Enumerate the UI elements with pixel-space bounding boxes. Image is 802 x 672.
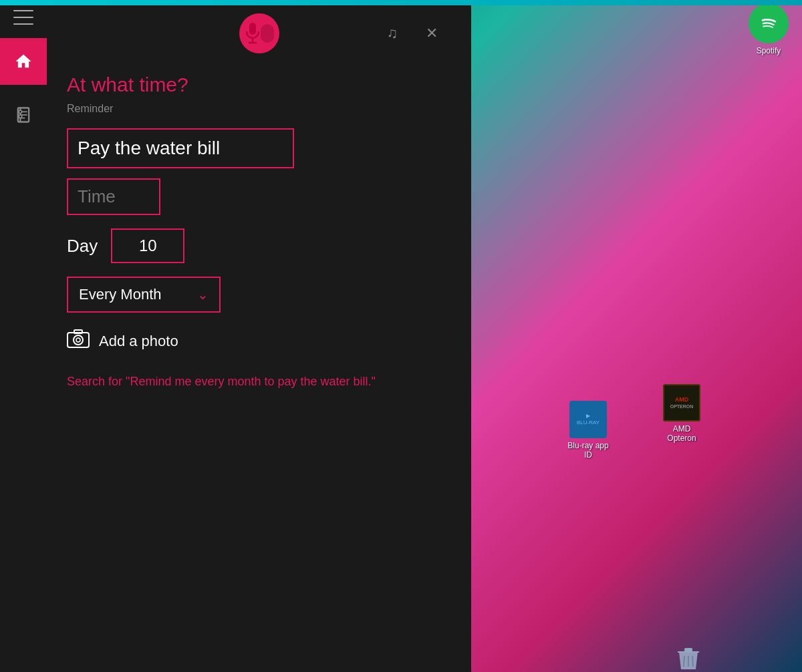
hamburger-menu[interactable] [13, 10, 33, 25]
main-content: ♫ ✕ At what time? Reminder Day Every Mon… [47, 0, 471, 672]
spotify-label: Spotify [757, 46, 781, 55]
svg-line-2 [684, 656, 684, 667]
camera-icon [67, 329, 90, 353]
day-label: Day [67, 236, 98, 257]
svg-point-10 [19, 110, 22, 114]
chevron-down-icon: ⌄ [197, 287, 209, 303]
add-photo-text: Add a photo [99, 333, 178, 350]
svg-point-11 [19, 115, 22, 118]
day-input[interactable] [111, 228, 184, 263]
spotify-icon[interactable]: Spotify [742, 3, 795, 55]
top-cyan-bar [0, 0, 802, 5]
svg-rect-1 [684, 648, 692, 652]
add-photo-button[interactable]: Add a photo [67, 329, 451, 353]
reminder-label: Reminder [67, 103, 451, 115]
day-row: Day [67, 228, 451, 263]
recycle-bin-icon[interactable]: Recycle Bin [662, 640, 715, 672]
svg-point-18 [76, 338, 80, 342]
time-input[interactable] [67, 178, 160, 215]
sidebar [0, 0, 47, 672]
reminder-panel: ♫ ✕ At what time? Reminder Day Every Mon… [0, 0, 471, 672]
frequency-value: Every Month [79, 286, 162, 303]
svg-line-4 [692, 656, 693, 667]
svg-point-16 [74, 335, 83, 345]
svg-rect-12 [249, 23, 256, 35]
reminder-title-input[interactable] [67, 128, 294, 168]
home-button[interactable] [0, 38, 47, 85]
amd-label: AMDOpteron [667, 424, 696, 443]
frequency-dropdown[interactable]: Every Month ⌄ [67, 277, 221, 313]
close-button[interactable]: ✕ [426, 25, 438, 42]
bluray-app-icon[interactable]: ▶BLU-RAY Blu-ray appID [561, 401, 615, 460]
amd-opteron-icon[interactable]: AMDOPTERON AMDOpteron [655, 384, 708, 443]
mic-button[interactable] [239, 13, 279, 53]
top-bar: ♫ ✕ [67, 13, 451, 53]
question-text: At what time? [67, 73, 451, 96]
spotify-logo [749, 3, 789, 43]
svg-rect-17 [74, 330, 82, 333]
music-icon[interactable]: ♫ [387, 25, 398, 42]
notebook-button[interactable] [0, 92, 47, 138]
search-suggestion: Search for "Remind me every month to pay… [67, 373, 451, 391]
bluray-label: Blu-ray appID [567, 441, 608, 460]
